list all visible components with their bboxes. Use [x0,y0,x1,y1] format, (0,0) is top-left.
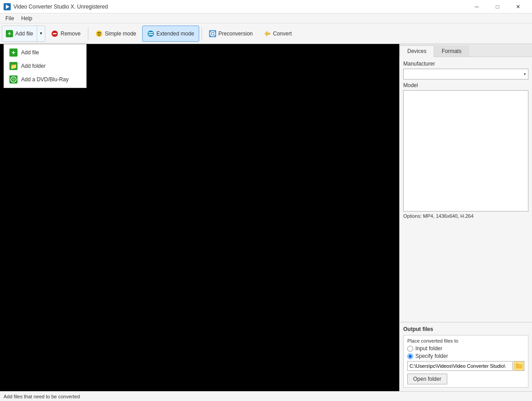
svg-text:+: + [8,31,11,37]
input-folder-label[interactable]: Input folder [415,345,442,352]
preconversion-icon [209,30,216,37]
folder-icon [516,363,522,369]
toolbar: + Add file ▼ Remove Simple mode Extende [0,23,532,44]
video-area [0,44,399,391]
title-bar: Video Converter Studio X. Unregistered ─… [0,0,532,13]
folder-path-row [407,361,524,371]
menu-bar: File Help [0,13,532,23]
right-panel: Devices Formats Manufacturer Model Optio… [399,44,532,391]
options-text: Options: MP4, 1436x640, H.264 [403,213,528,219]
specify-folder-radio[interactable] [407,353,413,359]
app-icon [4,3,11,10]
convert-button[interactable]: Convert [259,26,297,42]
remove-label: Remove [61,31,81,37]
toolbar-sep-2 [201,27,202,40]
toolbar-sep-1 [88,27,88,40]
add-file-split-button[interactable]: + Add file ▼ [2,26,45,42]
simple-mode-button[interactable]: Simple mode [91,26,141,42]
output-inner: Place converted files to Input folder Sp… [403,335,528,388]
svg-point-8 [99,32,100,33]
dropdown-add-file[interactable]: + Add file [4,46,86,59]
output-title: Output files [403,326,528,332]
add-file-label: Add file [15,31,33,37]
manufacturer-label: Manufacturer [403,61,528,67]
menu-help[interactable]: Help [17,14,36,22]
dropdown-add-file-label: Add file [21,49,39,56]
dropdown-add-dvd-label: Add a DVD/Blu-Ray [21,76,69,83]
remove-button[interactable]: Remove [46,26,86,42]
manufacturer-select-wrapper [403,69,528,79]
open-folder-button[interactable]: Open folder [407,374,447,384]
svg-point-6 [96,31,102,37]
add-file-main-btn[interactable]: + Add file [2,26,37,41]
tab-formats[interactable]: Formats [434,45,469,57]
close-button[interactable]: ✕ [508,0,528,13]
title-bar-controls: ─ □ ✕ [467,0,528,13]
menu-file[interactable]: File [2,14,17,22]
maximize-button[interactable]: □ [487,0,508,13]
simple-mode-label: Simple mode [105,31,136,37]
manufacturer-select[interactable] [403,69,528,79]
model-list[interactable] [403,90,528,212]
model-label: Model [403,82,528,88]
convert-label: Convert [273,31,292,37]
add-file-dropdown-arrow[interactable]: ▼ [37,26,45,41]
specify-folder-label[interactable]: Specify folder [415,353,448,359]
right-panel-tabs: Devices Formats [400,44,532,57]
dropdown-add-file-icon: + [9,48,17,57]
preconversion-label: Preconversion [218,31,253,37]
output-section: Output files Place converted files to In… [400,322,532,391]
title-bar-left: Video Converter Studio X. Unregistered [4,3,108,10]
main-area: Devices Formats Manufacturer Model Optio… [0,44,532,391]
extended-mode-label: Extended mode [157,31,194,37]
svg-rect-11 [148,34,153,35]
status-bar: Add files that need to be converted [0,391,532,401]
tab-devices[interactable]: Devices [400,45,434,57]
simple-mode-icon [96,30,103,37]
status-text: Add files that need to be converted [4,394,80,399]
folder-browse-button[interactable] [514,361,524,371]
folder-path-input[interactable] [407,361,513,371]
input-folder-radio[interactable] [407,346,413,352]
specify-folder-row: Specify folder [407,353,524,359]
preconversion-button[interactable]: Preconversion [204,26,258,42]
add-file-icon: + [6,30,13,37]
add-file-dropdown: + Add file 📁 Add folder Add a DVD/Blu-Ra… [4,44,87,88]
svg-marker-15 [265,31,270,36]
svg-rect-10 [148,32,153,33]
place-label: Place converted files to [407,338,524,344]
input-folder-row: Input folder [407,345,524,352]
minimize-button[interactable]: ─ [467,0,487,13]
dropdown-add-dvd[interactable]: Add a DVD/Blu-Ray [4,73,86,86]
svg-point-7 [97,32,99,33]
dropdown-add-folder-label: Add folder [21,63,46,69]
dropdown-add-folder-icon: 📁 [9,62,17,70]
dropdown-add-folder[interactable]: 📁 Add folder [4,59,86,73]
svg-text:📁: 📁 [10,63,17,70]
convert-icon [264,30,271,37]
right-panel-content: Manufacturer Model Options: MP4, 1436x64… [400,57,532,322]
extended-mode-button[interactable]: Extended mode [142,26,199,42]
remove-icon [51,30,58,37]
extended-mode-icon [147,30,154,37]
svg-text:+: + [12,49,15,56]
dropdown-add-dvd-icon [9,75,17,84]
svg-point-9 [148,31,154,37]
window-title: Video Converter Studio X. Unregistered [13,4,108,10]
